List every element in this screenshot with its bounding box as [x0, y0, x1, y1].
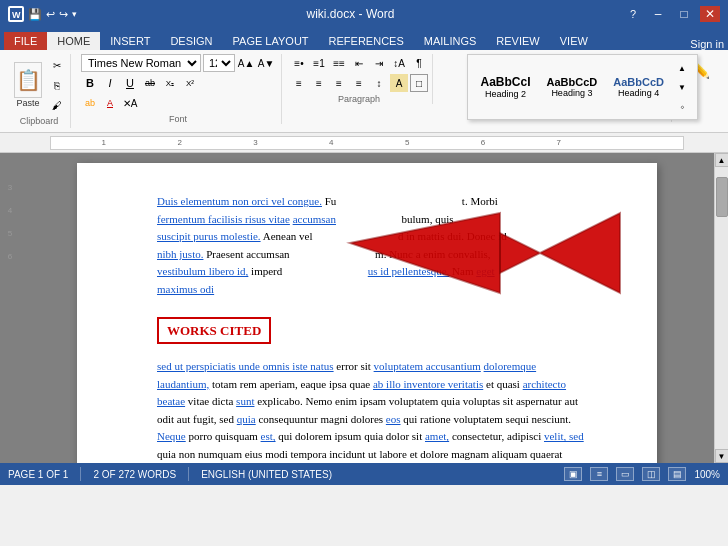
decrease-size-button[interactable]: A▼	[257, 54, 275, 72]
link-neque[interactable]: Neque	[157, 430, 186, 442]
link-architecto[interactable]: architecto	[523, 378, 566, 390]
restore-button[interactable]: □	[674, 6, 694, 22]
paste-button[interactable]: 📋 Paste	[12, 60, 44, 110]
style-item-heading2[interactable]: AaBbCcI Heading 2	[474, 72, 538, 102]
sign-in-button[interactable]: Sign in	[690, 38, 724, 50]
link-velit[interactable]: velit, sed	[544, 430, 584, 442]
close-button[interactable]: ✕	[700, 6, 720, 22]
qat-save[interactable]: 💾	[28, 8, 42, 21]
tab-mailings[interactable]: MAILINGS	[414, 32, 487, 50]
qat-undo[interactable]: ↩	[46, 8, 55, 21]
styles-expand[interactable]: ⬦	[673, 97, 691, 115]
view-web-button[interactable]: ▭	[616, 467, 634, 481]
justify-button[interactable]: ≡	[350, 74, 368, 92]
numbering-button[interactable]: ≡1	[310, 54, 328, 72]
link-amet[interactable]: amet,	[425, 430, 449, 442]
view-read-button[interactable]: ≡	[590, 467, 608, 481]
link-doloremque[interactable]: doloremque	[484, 360, 537, 372]
decrease-indent-button[interactable]: ⇤	[350, 54, 368, 72]
svg-text:W: W	[12, 10, 21, 20]
line-numbers: 3 4 5 6	[0, 153, 20, 463]
style-item-heading3[interactable]: AaBbCcD Heading 3	[540, 73, 605, 101]
styles-scroll-down[interactable]: ▼	[673, 78, 691, 96]
link-sunt[interactable]: sunt	[236, 395, 254, 407]
align-left-button[interactable]: ≡	[290, 74, 308, 92]
ruler-marks: 1 2 3 4 5 6 7	[51, 137, 683, 149]
link-suscipit[interactable]: suscipit purus molestie.	[157, 230, 261, 242]
align-right-button[interactable]: ≡	[330, 74, 348, 92]
link-voluptatem[interactable]: voluptatem accusantium	[374, 360, 481, 372]
line-spacing-button[interactable]: ↕	[370, 74, 388, 92]
tab-home[interactable]: HOME	[47, 32, 100, 50]
link-eos[interactable]: eos	[386, 413, 401, 425]
view-draft-button[interactable]: ▤	[668, 467, 686, 481]
link-laudantium[interactable]: laudantium,	[157, 378, 209, 390]
style-heading3-label: Heading 3	[551, 88, 592, 98]
styles-panel: AaBbCcI Heading 2 AaBbCcD Heading 3 AaBb…	[467, 54, 698, 120]
format-painter-button[interactable]: 🖌	[48, 96, 66, 114]
link-duis[interactable]: Duis elementum non orci vel congue.	[157, 195, 322, 207]
tab-design[interactable]: DESIGN	[160, 32, 222, 50]
scrollbar-down-button[interactable]: ▼	[715, 449, 729, 463]
link-vestibulum[interactable]: vestibulum libero id,	[157, 265, 248, 277]
status-bar: PAGE 1 OF 1 2 OF 272 WORDS ENGLISH (UNIT…	[0, 463, 728, 485]
help-button[interactable]: ?	[624, 8, 642, 20]
tab-view[interactable]: VIEW	[550, 32, 598, 50]
copy-button[interactable]: ⎘	[48, 76, 66, 94]
clipboard-label: Clipboard	[20, 116, 59, 126]
styles-scroll: ▲ ▼ ⬦	[673, 59, 691, 115]
text-highlight-button[interactable]: ab	[81, 94, 99, 112]
font-name-select[interactable]: Times New Roman	[81, 54, 201, 72]
link-pellentesque[interactable]: us id pellentesque.	[368, 265, 450, 277]
scrollbar-track[interactable]	[715, 167, 729, 449]
link-ab[interactable]: ab illo inventore veritatis	[373, 378, 483, 390]
align-center-button[interactable]: ≡	[310, 74, 328, 92]
qat-redo[interactable]: ↪	[59, 8, 68, 21]
link-nibh[interactable]: nibh justo.	[157, 248, 203, 260]
increase-indent-button[interactable]: ⇥	[370, 54, 388, 72]
tab-page-layout[interactable]: PAGE LAYOUT	[223, 32, 319, 50]
scrollbar-up-button[interactable]: ▲	[715, 153, 729, 167]
view-print-button[interactable]: ▣	[564, 467, 582, 481]
italic-button[interactable]: I	[101, 74, 119, 92]
show-hide-button[interactable]: ¶	[410, 54, 428, 72]
shading-button[interactable]: A	[390, 74, 408, 92]
bold-button[interactable]: B	[81, 74, 99, 92]
cut-button[interactable]: ✂	[48, 56, 66, 74]
subscript-button[interactable]: X₂	[161, 74, 179, 92]
underline-button[interactable]: U	[121, 74, 139, 92]
font-size-select[interactable]: 12	[203, 54, 235, 72]
bullets-button[interactable]: ≡•	[290, 54, 308, 72]
link-maximus[interactable]: maximus odi	[157, 283, 214, 295]
title-bar-right: ? – □ ✕	[624, 6, 720, 22]
link-fermentum[interactable]: fermentum facilisis risus vitae	[157, 213, 290, 225]
clear-format-button[interactable]: ✕A	[121, 94, 139, 112]
link-eget[interactable]: eget	[476, 265, 494, 277]
word-count-status: 2 OF 272 WORDS	[93, 469, 176, 480]
sort-button[interactable]: ↕A	[390, 54, 408, 72]
link-beatae[interactable]: beatae	[157, 395, 185, 407]
tab-references[interactable]: REFERENCES	[319, 32, 414, 50]
view-outline-button[interactable]: ◫	[642, 467, 660, 481]
para-row2: ≡ ≡ ≡ ≡ ↕ A □	[290, 74, 428, 92]
document-scroll[interactable]: Duis elementum non orci vel congue. Fu t…	[20, 153, 714, 463]
link-accumsan[interactable]: accumsan	[293, 213, 336, 225]
superscript-button[interactable]: X²	[181, 74, 199, 92]
link-est[interactable]: est,	[261, 430, 276, 442]
tab-insert[interactable]: INSERT	[100, 32, 160, 50]
scrollbar-thumb[interactable]	[716, 177, 728, 217]
style-item-heading4[interactable]: AaBbCcD Heading 4	[606, 73, 671, 101]
increase-size-button[interactable]: A▲	[237, 54, 255, 72]
font-color-button[interactable]: A	[101, 94, 119, 112]
link-quia[interactable]: quia	[237, 413, 256, 425]
strikethrough-button[interactable]: ab	[141, 74, 159, 92]
styles-scroll-up[interactable]: ▲	[673, 59, 691, 77]
minimize-button[interactable]: –	[648, 6, 668, 22]
multilevel-button[interactable]: ≡≡	[330, 54, 348, 72]
paragraph-label: Paragraph	[290, 94, 428, 104]
style-heading3-preview: AaBbCcD	[547, 76, 598, 88]
tab-file[interactable]: FILE	[4, 32, 47, 50]
link-sed[interactable]: sed ut perspiciatis unde omnis iste natu…	[157, 360, 334, 372]
tab-review[interactable]: REVIEW	[486, 32, 549, 50]
borders-button[interactable]: □	[410, 74, 428, 92]
